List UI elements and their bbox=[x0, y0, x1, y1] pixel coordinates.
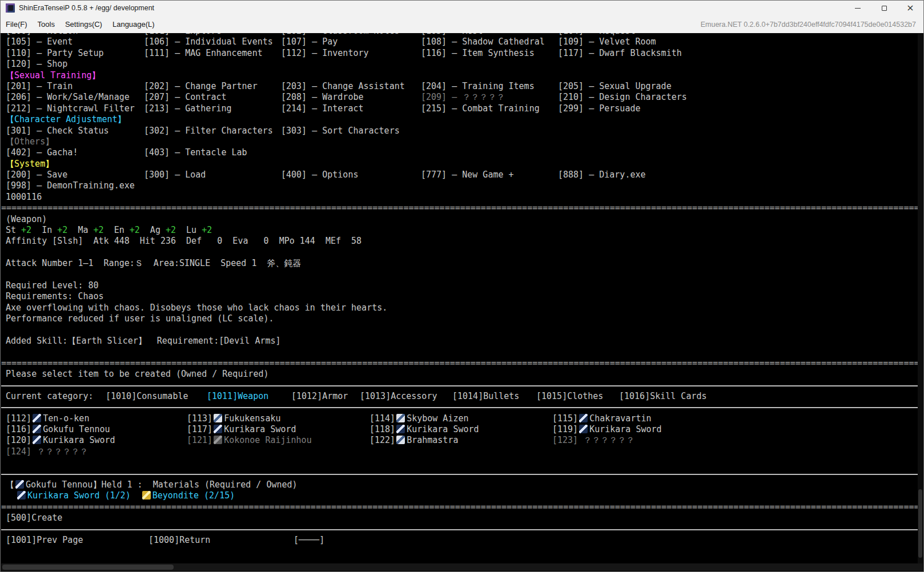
menu-item-201[interactable]: [201] — Train bbox=[6, 81, 73, 92]
item-113[interactable]: [113]Fukukensaku bbox=[187, 413, 281, 424]
close-icon: × bbox=[906, 3, 914, 13]
term-line: Kurikara Sword (1/2) Beyondite (2/15) bbox=[1, 490, 923, 501]
category-1010-consumable[interactable]: [1010]Consumable bbox=[106, 391, 188, 402]
menu-item-204[interactable]: [204] — Training Items bbox=[421, 81, 535, 92]
item-117[interactable]: [117]Kurikara Sword bbox=[187, 424, 296, 435]
item-115[interactable]: [115]Chakravartin bbox=[552, 413, 652, 424]
brahmastra-icon bbox=[396, 436, 405, 444]
section-character-adjustment: 【Character Adjustment】 bbox=[6, 114, 126, 125]
menu-item-301[interactable]: [301] — Check Status bbox=[6, 126, 109, 136]
skybow-aizen-icon bbox=[396, 414, 405, 422]
term-line: [110] — Party Setup[111] — MAG Enhanceme… bbox=[1, 48, 923, 59]
menu-item-302[interactable]: [302] — Filter Characters bbox=[144, 126, 273, 136]
category-1011-weapon[interactable]: [1011]Weapon bbox=[207, 391, 268, 402]
term-line: [1001]Prev Page[1000]Return[────] bbox=[1, 535, 923, 546]
menu-item-888[interactable]: [888] — Diary.exe bbox=[558, 170, 646, 180]
menu-item-117[interactable]: [117] — Dwarf Blacksmith bbox=[558, 48, 682, 59]
vertical-scrollbar[interactable] bbox=[918, 34, 923, 563]
term-line: 【System】 bbox=[1, 159, 923, 170]
beyondite-icon bbox=[142, 491, 151, 500]
menu-item-106[interactable]: [106] — Individual Events bbox=[144, 37, 273, 47]
horizontal-scrollbar[interactable] bbox=[1, 563, 923, 571]
term-line: [120]Kurikara Sword[121]Kokonoe Raijinho… bbox=[1, 435, 923, 446]
term-line: Affinity [Slsh] Atk 448 Hit 236 Def 0 Ev… bbox=[1, 236, 923, 247]
menu-item-108[interactable]: [108] — Shadow Cathedral bbox=[421, 37, 545, 47]
item-114[interactable]: [114]Skybow Aizen bbox=[369, 413, 469, 424]
menu-item-210[interactable]: [210] — Design Characters bbox=[558, 92, 687, 103]
menu-item-214[interactable]: [214] — Interact bbox=[281, 103, 364, 114]
item-122[interactable]: [122]Brahmastra bbox=[369, 435, 458, 446]
menu-item-110[interactable]: [110] — Party Setup bbox=[6, 48, 104, 59]
close-button[interactable]: × bbox=[897, 1, 923, 15]
menu-bar: File(F) Tools Settings(C) Language(L) Em… bbox=[1, 15, 923, 33]
prev-page-button[interactable]: [1001]Prev Page bbox=[6, 535, 83, 546]
section-sexual-training: 【Sexual Training】 bbox=[6, 70, 100, 81]
maximize-button[interactable] bbox=[871, 1, 897, 15]
item-112[interactable]: [112]Ten-o-ken bbox=[6, 413, 89, 424]
menu-item-107[interactable]: [107] — Pay bbox=[281, 37, 338, 47]
menu-item-207[interactable]: [207] — Contract bbox=[144, 92, 227, 103]
menu-item-215[interactable]: [215] — Combat Training bbox=[421, 103, 540, 114]
menu-item-116[interactable]: [116] — Item Synthesis bbox=[421, 48, 535, 59]
kokonoe-raijinhou-icon bbox=[214, 436, 222, 444]
gokufu-tennou-icon bbox=[33, 425, 41, 433]
item-116[interactable]: [116]Gokufu Tennou bbox=[6, 424, 110, 435]
horizontal-scrollbar-thumb[interactable] bbox=[2, 565, 174, 570]
minimize-button[interactable] bbox=[845, 1, 871, 15]
menu-item-105[interactable]: [105] — Event bbox=[6, 37, 73, 47]
item-119[interactable]: [119]Kurikara Sword bbox=[552, 424, 662, 435]
term-line bbox=[1, 457, 923, 468]
command-input[interactable]: [────] bbox=[294, 535, 324, 546]
menu-item-998[interactable]: [998] — DemonTraining.exe bbox=[6, 180, 135, 191]
menu-item-303[interactable]: [303] — Sort Characters bbox=[281, 126, 400, 136]
category-1012-armor[interactable]: [1012]Armor bbox=[291, 391, 348, 402]
menu-item-777[interactable]: [777] — New Game + bbox=[421, 170, 514, 180]
menu-item-208[interactable]: [208] — Wardrobe bbox=[281, 92, 364, 103]
menu-item-402[interactable]: [402] — Gacha! bbox=[6, 147, 78, 158]
menu-tools[interactable]: Tools bbox=[33, 17, 60, 31]
menu-item-109[interactable]: [109] — Velvet Room bbox=[558, 37, 656, 47]
menu-item-206[interactable]: [206] — Work/Sale/Manage bbox=[6, 92, 130, 103]
term-line: 【Gokufu Tennou】Held 1 : Materials (Requi… bbox=[1, 480, 923, 490]
category-label: Current category: bbox=[6, 391, 94, 402]
create-button[interactable]: [500]Create bbox=[6, 513, 62, 523]
separator-equals: ========================================… bbox=[1, 203, 923, 214]
return-button[interactable]: [1000]Return bbox=[148, 535, 210, 546]
added-skill-line: Added Skill:【Earth Slicer】 Requirement:[… bbox=[6, 336, 281, 347]
item-type-label: (Weapon) bbox=[6, 214, 47, 225]
menu-item-403[interactable]: [403] — Tentacle Lab bbox=[144, 147, 247, 158]
category-1014-bullets[interactable]: [1014]Bullets bbox=[452, 391, 519, 402]
item-121: [121]Kokonoe Raijinhou bbox=[187, 435, 312, 446]
required-level-line: Required Level: 80 bbox=[6, 280, 99, 291]
menu-item-112[interactable]: [112] — Inventory bbox=[281, 48, 369, 59]
term-line: St +2 In +2 Ma +2 En +2 Ag +2 Lu +2 bbox=[1, 225, 923, 236]
item-118[interactable]: [118]Kurikara Sword bbox=[369, 424, 479, 435]
menu-item-400[interactable]: [400] — Options bbox=[281, 170, 358, 180]
menu-language[interactable]: Language(L) bbox=[107, 17, 160, 31]
menu-item-200[interactable]: [200] — Save bbox=[6, 170, 67, 180]
menu-item-120[interactable]: [120] — Shop bbox=[6, 59, 67, 70]
menu-item-209: [209] — ？？？？？ bbox=[421, 92, 505, 103]
menu-item-205[interactable]: [205] — Sexual Upgrade bbox=[558, 81, 672, 92]
menu-item-300[interactable]: [300] — Load bbox=[144, 170, 206, 180]
stat-bonus-line: St +2 In +2 Ma +2 En +2 Ag +2 Lu +2 bbox=[6, 225, 212, 236]
menu-settings[interactable]: Settings(C) bbox=[60, 17, 107, 31]
menu-item-212[interactable]: [212] — Nightcrawl Filter bbox=[6, 103, 135, 114]
minimize-icon bbox=[855, 8, 861, 9]
menu-item-203[interactable]: [203] — Change Assistant bbox=[281, 81, 405, 92]
term-line: [206] — Work/Sale/Manage[207] — Contract… bbox=[1, 92, 923, 103]
menu-file[interactable]: File(F) bbox=[1, 17, 33, 31]
category-1016-skill-cards[interactable]: [1016]Skill Cards bbox=[619, 391, 707, 402]
item-120[interactable]: [120]Kurikara Sword bbox=[6, 435, 115, 446]
term-line bbox=[1, 247, 923, 258]
attack-info-line: Attack Number 1—1 Range:Ｓ Area:SINGLE Sp… bbox=[6, 258, 302, 269]
combat-stats-line: Affinity [Slsh] Atk 448 Hit 236 Def 0 Ev… bbox=[6, 236, 361, 247]
menu-item-213[interactable]: [213] — Gathering bbox=[144, 103, 232, 114]
menu-item-299[interactable]: [299] — Persuade bbox=[558, 103, 641, 114]
maximize-icon bbox=[882, 6, 887, 11]
vertical-scrollbar-thumb[interactable] bbox=[918, 489, 922, 558]
category-1013-accessory[interactable]: [1013]Accessory bbox=[360, 391, 437, 402]
menu-item-202[interactable]: [202] — Change Partner bbox=[144, 81, 258, 92]
category-1015-clothes[interactable]: [1015]Clothes bbox=[536, 391, 603, 402]
menu-item-111[interactable]: [111] — MAG Enhancement bbox=[144, 48, 263, 59]
